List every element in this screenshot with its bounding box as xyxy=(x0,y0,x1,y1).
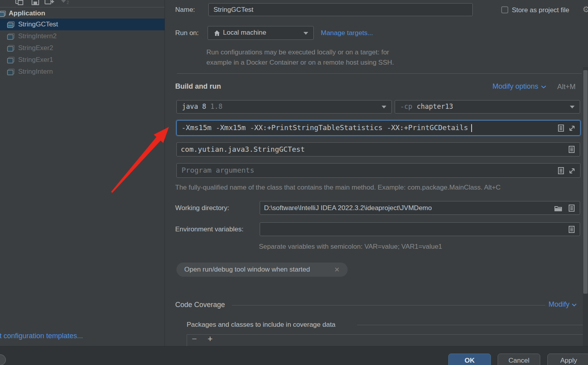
scrollbar-track[interactable] xyxy=(583,67,588,346)
cancel-button[interactable]: Cancel xyxy=(498,354,540,365)
main-class-value: com.yutian.java3.StringGCTest xyxy=(181,145,305,153)
sort-configurations-icon[interactable]: 2 xyxy=(59,0,69,6)
run-on-value: Local machine xyxy=(223,29,266,37)
apply-button[interactable]: Apply xyxy=(547,354,588,365)
browse-folder-icon[interactable] xyxy=(554,205,562,212)
expand-field-icon[interactable] xyxy=(569,125,575,132)
sidebar-item-stringexer2[interactable]: StringExer2 xyxy=(0,42,165,54)
run-on-dropdown[interactable]: Local machine xyxy=(208,26,314,40)
sidebar-item-label: StringExer1 xyxy=(18,56,53,64)
environment-variables-help: Separate variables with semicolon: VAR=v… xyxy=(259,243,442,251)
modify-options-link[interactable]: Modify options xyxy=(492,82,546,91)
tree-root-label: Application xyxy=(9,9,45,17)
chevron-down-icon xyxy=(572,304,577,307)
chevron-down-icon xyxy=(382,106,386,108)
program-arguments-input[interactable]: Program arguments xyxy=(176,163,581,178)
vm-options-value: -Xms15m -Xmx15m -XX:+PrintStringTableSta… xyxy=(182,123,468,132)
run-on-label: Run on: xyxy=(175,29,199,37)
app-run-config-icon xyxy=(7,33,15,40)
scrollbar-thumb[interactable] xyxy=(583,70,588,294)
section-divider xyxy=(177,73,582,74)
vm-options-input[interactable]: -Xms15m -Xmx15m -XX:+PrintStringTableSta… xyxy=(176,120,581,136)
remove-pattern-button[interactable]: − xyxy=(192,334,197,344)
macros-list-icon[interactable] xyxy=(569,205,575,212)
name-input[interactable] xyxy=(208,3,473,16)
main-class-help-text: The fully-qualified name of the class th… xyxy=(175,184,500,192)
environment-variables-input[interactable] xyxy=(260,222,580,236)
coverage-modify-label: Modify xyxy=(549,300,569,309)
sidebar-item-stringintern[interactable]: StringIntern xyxy=(0,66,165,78)
working-directory-value: D:\software\IntelliJ IDEA 2022.3.2\ideap… xyxy=(264,204,432,212)
program-arguments-placeholder: Program arguments xyxy=(182,166,254,174)
store-as-project-file-label: Store as project file xyxy=(512,6,569,14)
copy-configuration-icon[interactable] xyxy=(15,0,24,6)
classpath-dropdown[interactable]: -cp chapter13 xyxy=(395,100,580,114)
working-directory-input[interactable]: D:\software\IntelliJ IDEA 2022.3.2\ideap… xyxy=(260,201,580,215)
classpath-module: chapter13 xyxy=(417,102,453,110)
sidebar-toolbar-divider xyxy=(0,7,165,7)
code-coverage-title: Code Coverage xyxy=(175,301,225,309)
chip-close-icon[interactable]: ✕ xyxy=(334,266,340,274)
app-run-config-icon xyxy=(7,21,15,28)
chevron-down-icon xyxy=(303,32,308,35)
save-configuration-icon[interactable] xyxy=(31,0,39,6)
sidebar-item-label: StringGCTest xyxy=(18,20,58,28)
store-as-project-file-checkbox[interactable] xyxy=(501,6,508,13)
app-run-config-icon xyxy=(7,57,15,63)
edit-templates-link[interactable]: Edit configuration templates... xyxy=(0,332,83,340)
dialog-footer: OK Cancel Apply xyxy=(0,346,588,365)
settings-gear-icon[interactable]: ⚙ xyxy=(582,5,588,14)
name-label: Name: xyxy=(175,6,195,14)
jre-version: 1.8 xyxy=(210,102,223,110)
jre-dropdown[interactable]: java 8 1.8 xyxy=(176,100,392,114)
coverage-packages-divider xyxy=(357,325,585,325)
svg-text:2: 2 xyxy=(67,0,69,5)
coverage-packages-label: Packages and classes to include in cover… xyxy=(187,321,335,329)
tree-root-application[interactable]: Application xyxy=(0,8,165,19)
add-pattern-button[interactable]: + xyxy=(208,334,213,344)
edit-variables-icon[interactable] xyxy=(569,226,575,233)
app-run-config-icon xyxy=(7,45,15,52)
ok-button[interactable]: OK xyxy=(448,354,491,365)
environment-variables-label: Environment variables: xyxy=(175,225,243,233)
chevron-down-icon xyxy=(541,86,546,89)
main-class-input[interactable]: com.yutian.java3.StringGCTest xyxy=(176,142,580,156)
new-configuration-icon[interactable] xyxy=(44,0,55,6)
application-type-icon xyxy=(0,10,6,17)
run-debug-configurations-dialog: 2 Application StringGCTest xyxy=(0,0,588,365)
macros-list-icon[interactable] xyxy=(558,125,564,132)
browse-class-icon[interactable] xyxy=(569,146,575,153)
build-and-run-title: Build and run xyxy=(175,82,221,91)
sidebar-toolbar: 2 xyxy=(0,0,165,7)
modify-options-shortcut: Alt+M xyxy=(557,83,576,91)
expand-field-icon[interactable] xyxy=(569,168,575,174)
sidebar-item-stringexer1[interactable]: StringExer1 xyxy=(0,54,165,66)
jre-name: java 8 xyxy=(182,102,206,110)
app-run-config-icon xyxy=(7,69,15,75)
sidebar-item-stringgctest[interactable]: StringGCTest xyxy=(0,19,165,30)
run-on-help-text: Run configurations may be executed local… xyxy=(206,47,406,68)
manage-targets-link[interactable]: Manage targets... xyxy=(321,29,373,37)
coverage-modify-link[interactable]: Modify xyxy=(549,300,577,309)
open-tool-window-chip[interactable]: Open run/debug tool window when started … xyxy=(176,263,348,277)
sidebar-item-label: StringExer2 xyxy=(18,44,53,52)
sidebar-item-stringintern2[interactable]: StringIntern2 xyxy=(0,30,165,42)
local-machine-icon xyxy=(213,30,220,36)
modify-options-label: Modify options xyxy=(492,82,538,91)
sidebar-item-label: StringIntern2 xyxy=(18,32,56,40)
sidebar-item-label: StringIntern xyxy=(18,68,53,76)
text-caret xyxy=(471,124,472,132)
chip-label: Open run/debug tool window when started xyxy=(184,266,310,274)
chevron-down-icon xyxy=(570,106,575,108)
macros-list-icon[interactable] xyxy=(558,167,564,175)
help-button[interactable] xyxy=(0,354,6,365)
code-coverage-divider xyxy=(232,305,545,305)
configurations-sidebar: 2 Application StringGCTest xyxy=(0,0,165,346)
classpath-prefix: -cp xyxy=(400,102,412,110)
coverage-table: − + xyxy=(187,334,585,346)
working-directory-label: Working directory: xyxy=(175,204,229,212)
